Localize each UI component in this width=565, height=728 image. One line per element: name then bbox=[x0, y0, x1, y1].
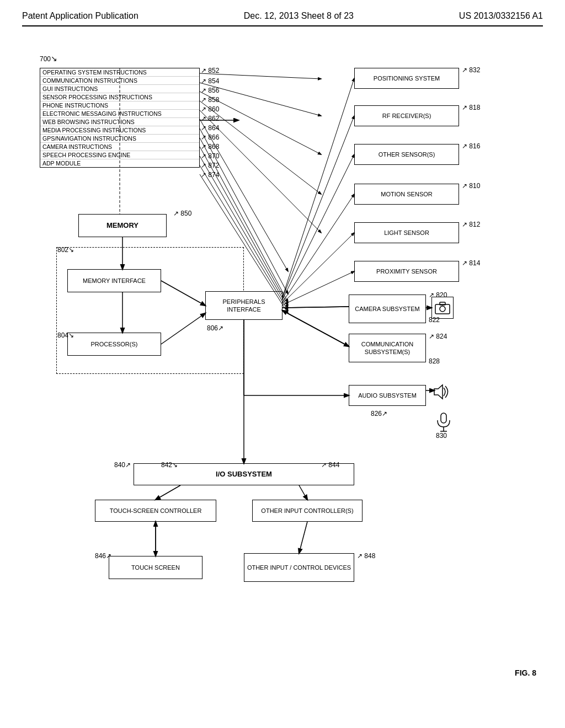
memory-item-6: ELECTRONIC MESSAGING INSTRUCTIONS bbox=[40, 110, 199, 118]
speaker-icon bbox=[431, 382, 451, 404]
ref-854: ↗ 854 bbox=[201, 77, 219, 85]
proximity-sensor-box: PROXIMITY SENSOR bbox=[354, 261, 459, 282]
ref-856: ↗ 856 bbox=[201, 87, 219, 94]
page-header: Patent Application Publication Dec. 12, … bbox=[22, 11, 543, 26]
other-sensors-box: OTHER SENSOR(S) bbox=[354, 144, 459, 165]
ref-802: 802↘ bbox=[57, 246, 74, 254]
memory-box: MEMORY bbox=[78, 214, 167, 237]
ref-858: ↗ 858 bbox=[201, 96, 219, 104]
svg-line-34 bbox=[282, 311, 349, 346]
camera-icon-box bbox=[431, 297, 454, 319]
header-center: Dec. 12, 2013 Sheet 8 of 23 bbox=[244, 11, 354, 21]
svg-line-26 bbox=[282, 154, 354, 299]
memory-item-8: MEDIA PROCESSING INSTRUCTIONS bbox=[40, 126, 199, 135]
ref-832: ↗ 832 bbox=[462, 66, 480, 74]
camera-subsystem-box: CAMERA SUBSYSTEM bbox=[349, 295, 426, 323]
light-sensor-box: LIGHT SENSOR bbox=[354, 222, 459, 243]
svg-line-25 bbox=[282, 116, 354, 298]
memory-item-10: CAMERA INSTRUCTIONS bbox=[40, 143, 199, 151]
ref-830: 830 bbox=[436, 432, 447, 440]
ref-868: ↗ 868 bbox=[201, 143, 219, 151]
svg-line-31 bbox=[282, 307, 349, 308]
memory-item-11: SPEECH PROCESSING ENGINE bbox=[40, 151, 199, 159]
svg-rect-2 bbox=[440, 302, 445, 305]
diagram-area: FIG. 8 700↘ OPERATING SYSTEM INSTRUCTION… bbox=[23, 32, 542, 683]
svg-marker-3 bbox=[434, 385, 443, 399]
processor-box: PROCESSOR(S) bbox=[67, 333, 161, 356]
ref-850: ↗ 850 bbox=[173, 210, 191, 217]
fig-label: FIG. 8 bbox=[515, 668, 536, 677]
ref-874: ↗ 874 bbox=[201, 171, 219, 179]
svg-line-28 bbox=[282, 233, 354, 303]
ref-840: 840↗ bbox=[114, 461, 131, 469]
ref-870: ↗ 870 bbox=[201, 152, 219, 160]
ref-826: 826↗ bbox=[371, 410, 387, 417]
ref-862: ↗ 862 bbox=[201, 115, 219, 122]
header-right: US 2013/0332156 A1 bbox=[459, 11, 543, 21]
ref-810: ↗ 810 bbox=[462, 182, 480, 190]
motion-sensor-box: MOTION SENSOR bbox=[354, 184, 459, 205]
ref-822: 822 bbox=[429, 316, 440, 324]
ref-860: ↗ 860 bbox=[201, 105, 219, 113]
memory-item-9: GPS/NAVIGATION INSTRUCTIONS bbox=[40, 135, 199, 143]
ref-866: ↗ 866 bbox=[201, 133, 219, 141]
svg-line-33 bbox=[282, 311, 349, 346]
svg-point-1 bbox=[440, 306, 445, 312]
ref-816: ↗ 816 bbox=[462, 142, 480, 150]
svg-line-27 bbox=[282, 194, 354, 302]
ref-848: ↗ 848 bbox=[357, 552, 375, 560]
memory-item-4: SENSOR PROCESSING INSTRUCTIONS bbox=[40, 93, 199, 101]
patent-page: Patent Application Publication Dec. 12, … bbox=[0, 0, 565, 728]
svg-line-24 bbox=[282, 78, 354, 297]
ref-864: ↗ 864 bbox=[201, 124, 219, 132]
header-left: Patent Application Publication bbox=[22, 11, 138, 21]
svg-rect-4 bbox=[441, 413, 446, 423]
ref-842: 842↘ bbox=[161, 461, 178, 469]
ref-846: 846↗ bbox=[95, 552, 111, 560]
memory-item-7: WEB BROWSING INSTRUCTIONS bbox=[40, 118, 199, 126]
ref-872: ↗ 872 bbox=[201, 162, 219, 169]
memory-item-3: GUI INSTRUCTIONS bbox=[40, 85, 199, 93]
microphone-icon bbox=[436, 413, 451, 434]
ref-818: ↗ 818 bbox=[462, 104, 480, 111]
touch-screen-box: TOUCH SCREEN bbox=[109, 556, 202, 579]
svg-line-40 bbox=[299, 485, 307, 500]
ref-806: 806↗ bbox=[207, 324, 223, 332]
ref-814: ↗ 814 bbox=[462, 259, 480, 267]
other-input-controller-box: OTHER INPUT CONTROLLER(S) bbox=[252, 500, 363, 522]
rf-receiver-box: RF RECEIVER(S) bbox=[354, 105, 459, 126]
ref-812: ↗ 812 bbox=[462, 221, 480, 228]
ref-828: 828 bbox=[429, 357, 440, 365]
ref-804: 804↘ bbox=[57, 331, 74, 339]
memory-item-5: PHONE INSTRUCTIONS bbox=[40, 101, 199, 110]
peripherals-interface-box: PERIPHERALS INTERFACE bbox=[205, 291, 282, 320]
ref-844: ↗ 844 bbox=[321, 461, 339, 469]
ref-852: ↗ 852 bbox=[201, 67, 219, 74]
ref-700: 700↘ bbox=[40, 54, 57, 63]
svg-line-43 bbox=[299, 522, 307, 553]
memory-interface-box: MEMORY INTERFACE bbox=[67, 269, 161, 292]
touch-screen-controller-box: TOUCH-SCREEN CONTROLLER bbox=[95, 500, 216, 522]
memory-item-2: COMMUNICATION INSTRUCTIONS bbox=[40, 77, 199, 85]
other-input-devices-box: OTHER INPUT / CONTROL DEVICES bbox=[244, 553, 354, 582]
ref-824: ↗ 824 bbox=[429, 333, 447, 340]
audio-subsystem-box: AUDIO SUBSYSTEM bbox=[349, 385, 426, 406]
svg-line-39 bbox=[156, 485, 180, 500]
memory-item-1: OPERATING SYSTEM INSTRUCTIONS bbox=[40, 68, 199, 77]
positioning-system-box: POSITIONING SYSTEM bbox=[354, 68, 459, 89]
memory-item-12: ADP MODULE bbox=[40, 159, 199, 167]
svg-line-29 bbox=[282, 271, 354, 305]
svg-line-30 bbox=[282, 307, 349, 308]
communication-subsystem-box: COMMUNICATION SUBSYSTEM(S) bbox=[349, 334, 426, 362]
memory-list-box: OPERATING SYSTEM INSTRUCTIONS COMMUNICAT… bbox=[40, 68, 200, 168]
